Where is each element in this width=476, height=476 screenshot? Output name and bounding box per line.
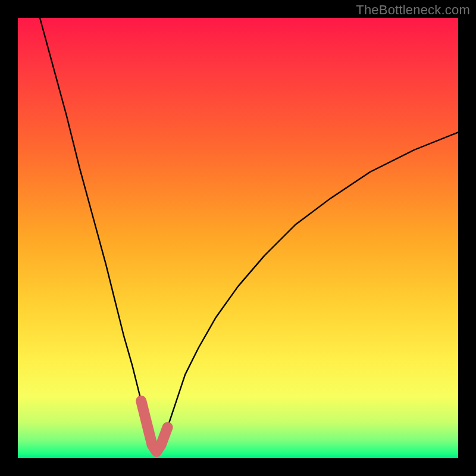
- highlight-segment: [141, 401, 167, 452]
- chart-frame: TheBottleneck.com: [0, 0, 476, 476]
- curve-layer: [18, 18, 458, 458]
- bottleneck-curve: [40, 18, 458, 452]
- plot-area: [18, 18, 458, 458]
- watermark-text: TheBottleneck.com: [356, 2, 470, 18]
